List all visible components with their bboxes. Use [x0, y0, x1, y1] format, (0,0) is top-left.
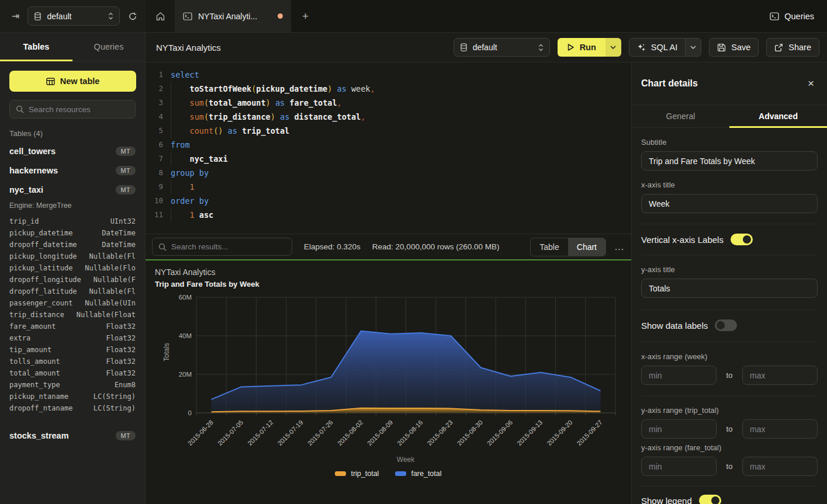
sql-ai-dropdown[interactable] [685, 39, 701, 56]
new-tab-button[interactable]: + [291, 0, 320, 32]
queries-button-label: Queries [784, 12, 814, 21]
show-legend-label: Show legend [641, 496, 692, 504]
home-tab[interactable] [146, 0, 175, 32]
chevron-updown-icon [538, 44, 544, 51]
svg-text:0: 0 [188, 409, 192, 416]
close-icon[interactable]: × [808, 77, 814, 90]
run-options-dropdown[interactable] [605, 38, 621, 57]
elapsed-stat: Elapsed: 0.320s [304, 242, 361, 251]
divider [641, 396, 818, 397]
sql-ai-button[interactable]: SQL AI [629, 38, 701, 57]
xrange-max-input[interactable] [742, 366, 818, 385]
save-button[interactable]: Save [709, 38, 759, 57]
new-table-label: New table [60, 77, 100, 86]
legend-item-fare_total[interactable]: fare_total [395, 470, 441, 478]
table-row-hackernews[interactable]: hackernewsMT [9, 161, 136, 180]
tab-general[interactable]: General [632, 105, 729, 127]
rows-read-stat: Read: 20,000,000 rows (260.00 MB) [372, 242, 500, 251]
database-icon [34, 12, 41, 20]
tab-strip: NYTaxi Analyti... + Queries [146, 0, 827, 32]
collapse-sidebar-icon[interactable]: ⇥ [12, 11, 19, 22]
panel-header: Chart details × [632, 62, 827, 105]
divider [641, 486, 818, 486]
table-name: cell_towers [9, 147, 56, 156]
yaxis-title-input[interactable] [641, 279, 818, 298]
share-button[interactable]: Share [766, 38, 819, 57]
column-row: tolls_amountFloat32 [9, 356, 136, 367]
new-table-button[interactable]: New table [9, 71, 136, 92]
sparkles-icon [637, 43, 646, 52]
table-row-stocks_stream[interactable]: stocks_streamMT [9, 426, 136, 445]
database-selector-value: default [47, 12, 103, 21]
tab-advanced[interactable]: Advanced [729, 105, 827, 127]
sql-editor[interactable]: 1select2 toStartOfWeek(pickup_datetime) … [146, 62, 631, 234]
line-number: 1 [146, 68, 163, 82]
engine-badge: MT [116, 147, 136, 156]
data-labels-toggle[interactable] [715, 319, 737, 331]
yrange-fare-max-input[interactable] [742, 457, 818, 476]
code-line: 7 nyc_taxi [146, 152, 631, 166]
column-row: dropoff_longitudeNullable(F [9, 274, 136, 286]
panel-tabs: General Advanced [632, 105, 827, 128]
yrange-trip-min-input[interactable] [641, 419, 717, 439]
svg-text:2015-07-05: 2015-07-05 [216, 419, 244, 447]
column-row: pickup_longitudeNullable(Fl [9, 251, 136, 262]
top-bar: ⇥ default [0, 0, 827, 33]
code-line: 3 sum(total_amount) as fare_total, [146, 96, 631, 110]
xrange-min-input[interactable] [641, 366, 717, 385]
save-button-label: Save [731, 43, 750, 52]
table-row-cell_towers[interactable]: cell_towersMT [9, 141, 136, 161]
column-row: payment_typeEnum8 [9, 379, 136, 391]
results-bar: Elapsed: 0.320s Read: 20,000,000 rows (2… [146, 234, 631, 260]
more-options-button[interactable]: … [614, 244, 625, 250]
search-resources-input[interactable] [29, 105, 129, 114]
column-row: pickup_ntanameLC(String) [9, 391, 136, 402]
code-line: 8group by [146, 166, 631, 180]
vertical-labels-row: Vertical x-axis Labels [641, 234, 818, 245]
database-selector-top[interactable]: default [27, 6, 120, 26]
chart-panel: NYTaxi Analytics Trip and Fare Totals by… [146, 260, 631, 504]
xrange-label: x-axis range (week) [641, 352, 818, 361]
run-button[interactable]: Run [558, 38, 621, 57]
query-tab[interactable]: NYTaxi Analyti... [175, 0, 291, 32]
yrange-trip-label: y-axis range (trip_total) [641, 406, 818, 415]
vertical-labels-toggle[interactable] [731, 234, 753, 245]
legend-label: fare_total [411, 470, 441, 478]
yrange-fare-min-input[interactable] [641, 457, 717, 476]
query-tab-title: NYTaxi Analyti... [198, 12, 272, 21]
search-results-input[interactable] [171, 242, 286, 251]
columns-list: trip_idUInt32pickup_datetimeDateTimedrop… [9, 215, 136, 414]
y-axis-title: Totals [162, 335, 171, 370]
svg-text:2015-08-09: 2015-08-09 [366, 419, 394, 447]
chart-details-panel: Chart details × General Advanced Subtitl… [631, 62, 827, 504]
data-labels-label: Show data labels [641, 321, 708, 331]
sidebar-tab-tables[interactable]: Tables [0, 33, 72, 61]
view-toggle-chart[interactable]: Chart [568, 238, 605, 256]
show-legend-toggle[interactable] [699, 495, 721, 504]
legend-item-trip_total[interactable]: trip_total [335, 470, 379, 478]
yrange-trip-max-input[interactable] [742, 419, 818, 439]
yrange-trip-row: to [641, 419, 818, 439]
column-row: dropoff_ntanameLC(String) [9, 402, 136, 414]
line-number: 9 [146, 180, 163, 194]
view-toggle-table[interactable]: Table [531, 238, 568, 256]
sidebar-tab-queries[interactable]: Queries [72, 33, 145, 61]
refresh-button[interactable] [128, 12, 137, 21]
database-selector-toolbar[interactable]: default [454, 38, 550, 57]
app-root: { "colors": { "accent_yellow": "#F2EF5E"… [0, 0, 827, 504]
code-line: 10order by [146, 194, 631, 208]
table-name: hackernews [9, 166, 58, 175]
line-number: 10 [146, 194, 163, 208]
code-line: 6from [146, 138, 631, 152]
svg-text:2015-09-13: 2015-09-13 [515, 419, 544, 447]
divider [641, 255, 818, 255]
subtitle-input[interactable] [641, 151, 818, 171]
show-legend-row: Show legend [641, 495, 818, 504]
x-axis-title: Week [382, 456, 429, 464]
svg-text:2015-07-26: 2015-07-26 [306, 419, 334, 447]
table-row-nyc_taxi[interactable]: nyc_taxiMT [9, 180, 136, 199]
panel-title: Chart details [641, 78, 698, 89]
xaxis-title-input[interactable] [641, 194, 818, 213]
queries-button[interactable]: Queries [770, 0, 814, 32]
code-line: 5 count() as trip_total [146, 124, 631, 138]
